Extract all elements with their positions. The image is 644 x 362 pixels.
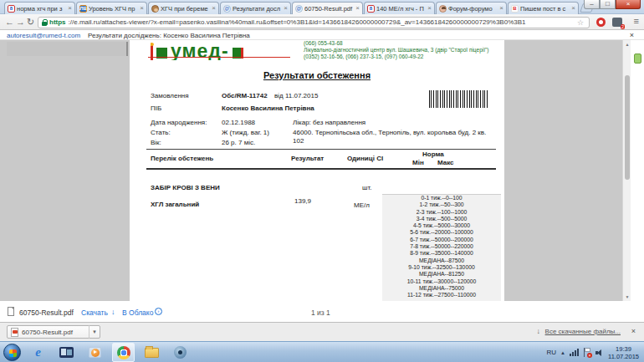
order-date: від 11.07.2015 <box>274 92 318 99</box>
start-button[interactable] <box>3 344 21 361</box>
norm-line: 2-3 тиж.--100--1000 <box>382 209 501 216</box>
tab-close-icon[interactable]: × <box>427 5 432 12</box>
address-bar[interactable]: https ://e.mail.ru/attaches-viewer/?x-em… <box>38 17 590 28</box>
taskbar-item-photos[interactable] <box>55 343 78 362</box>
divider-line <box>146 149 496 150</box>
norm-line: 3-4 тиж.--500--5000 <box>382 216 501 222</box>
norm-reference-list: 0-1 тиж.--0--100 1-2 тиж.--50--300 2-3 т… <box>382 194 501 301</box>
download-arrow-icon[interactable]: ↓ <box>111 308 115 316</box>
attachment-footer-bar: 60750-Result.pdf Скачать ↓ В Облако ↑ 1 … <box>0 301 644 322</box>
viewer-scrollbar[interactable]: ▲ ▼ <box>622 40 631 301</box>
forward-button[interactable]: → <box>16 16 25 28</box>
right-margin-strip <box>631 40 644 301</box>
chrome-icon <box>117 346 130 359</box>
shelf-close-icon[interactable]: × <box>631 327 636 335</box>
monkey-favicon <box>151 5 159 13</box>
norm-line: МЕДІАНА--81250 <box>382 271 501 278</box>
network-icon[interactable] <box>570 349 579 356</box>
system-tray: RU ▲ × 19:39 11.07.2015 <box>547 342 643 362</box>
bookmark-star-icon[interactable]: ☆ <box>577 18 585 27</box>
page-indicator: 1 из 1 <box>311 308 330 317</box>
group-row-label: ЗАБІР КРОВІ З ВЕНИ <box>151 184 220 191</box>
tab-title: 60750-Result.pdf <box>304 5 354 13</box>
norm-line: 5-6 тиж.--20000--100000 <box>382 229 501 236</box>
lock-icon <box>42 19 47 26</box>
tray-expand-icon[interactable]: ▲ <box>560 350 565 355</box>
tab-title: Пишем пост в с <box>520 5 570 13</box>
taskbar-item-chrome-active[interactable] <box>112 343 135 362</box>
document-title: Результати обстеження <box>130 70 504 80</box>
download-link[interactable]: Скачать <box>81 308 108 317</box>
scrollbar-thumb[interactable] <box>625 75 630 180</box>
tab-close-icon[interactable]: × <box>284 5 288 12</box>
tab-close-icon[interactable]: × <box>212 5 216 12</box>
viewer-close-icon[interactable]: × <box>630 31 634 39</box>
tab-close-icon[interactable]: × <box>571 5 575 12</box>
file-options-caret-icon[interactable]: ▾ <box>89 325 100 339</box>
cloud-upload-icon[interactable]: ↑ <box>155 308 162 315</box>
action-center-flag-icon[interactable]: × <box>583 348 591 357</box>
language-indicator[interactable]: RU <box>547 349 557 356</box>
opera-extension-icon[interactable] <box>596 18 606 27</box>
photo-gallery-icon <box>59 347 74 358</box>
all-downloads-link[interactable]: Все скачанные файлы... <box>545 328 621 335</box>
browser-toolbar: ← → ↻ https ://e.mail.ru/attaches-viewer… <box>0 14 644 30</box>
download-shelf: 60750-Result.pdf ▾ ↓ Все скачанные файлы… <box>0 322 644 341</box>
file-icon <box>8 307 14 316</box>
tab-close-icon[interactable]: × <box>499 5 503 12</box>
back-button[interactable]: ← <box>5 16 14 28</box>
norm-line: 11-12 тиж.--27500--110000 <box>382 292 501 298</box>
window-controls: – □ × <box>584 0 641 9</box>
lady-favicon: ЛВ <box>79 5 87 13</box>
dob-value: 02.12.1988 <box>222 119 255 126</box>
taskbar-item-ie[interactable]: e <box>27 343 49 362</box>
tab-rezultaty[interactable]: @ Результати досл × <box>220 2 291 14</box>
tab-forum[interactable]: Форум-форумо × <box>436 2 507 14</box>
maximize-button[interactable]: □ <box>600 0 616 9</box>
extension-icon[interactable]: 2 <box>612 18 622 27</box>
minimize-button[interactable]: – <box>584 0 600 9</box>
mailru-favicon: @ <box>295 5 303 13</box>
taskbar-item-explorer[interactable] <box>141 343 163 362</box>
desktop: 8 норма хгч при з × ЛВ Уровень ХГЧ пр × … <box>0 0 644 362</box>
norm-line: 10-11 тиж.--30000--120000 <box>382 278 501 285</box>
sex-value: Ж (тижд. ваг. 1) <box>222 129 269 136</box>
taskbar-clock[interactable]: 19:39 11.07.2015 <box>608 345 642 360</box>
tab-hgch-beremennost[interactable]: ХГЧ при береме × <box>148 2 219 14</box>
dob-label: Дата народження: <box>151 119 207 126</box>
tab-result-pdf-active[interactable]: @ 60750-Result.pdf × <box>292 2 363 14</box>
chrome-menu-icon[interactable]: ≡ <box>634 16 639 26</box>
volume-icon[interactable] <box>595 349 604 357</box>
tab-norma-hgch[interactable]: 8 норма хгч при з × <box>4 2 75 14</box>
col-header-name: Перелік обстежень <box>151 155 213 162</box>
tab-close-icon[interactable]: × <box>355 5 360 12</box>
tab-close-icon[interactable]: × <box>68 5 72 12</box>
reload-button[interactable]: ↻ <box>27 16 34 28</box>
tab-title: Результати досл <box>233 5 282 13</box>
attachment-header-bar: autoresult@rumed-t.com Результати дослід… <box>0 30 644 40</box>
viewer-top-left-panel <box>7 42 128 56</box>
col-header-min: Мін <box>412 159 424 166</box>
media-player-icon <box>89 347 101 358</box>
downloaded-file-button[interactable]: 60750-Result.pdf ▾ <box>7 325 100 339</box>
downloaded-file-name: 60750-Result.pdf <box>22 329 89 336</box>
tab-title: ХГЧ при береме <box>161 5 210 13</box>
taskbar-item-media-player[interactable] <box>84 343 106 362</box>
save-to-cloud-link[interactable]: В Облако <box>122 308 153 317</box>
age-label: Вік: <box>151 139 161 146</box>
tab-pishem-post[interactable]: B Пишем пост в с × <box>508 2 579 14</box>
close-window-button[interactable]: × <box>616 0 641 9</box>
yandex-favicon: 8 <box>367 5 375 13</box>
test-unit: МЕ/л <box>354 201 370 209</box>
pdf-file-icon <box>11 328 18 337</box>
patient-name: Косенко Василина Петрівна <box>222 105 314 112</box>
norm-line: 9-10 тиж.--32500--130000 <box>382 264 501 271</box>
logo-red-bar <box>151 43 153 60</box>
tab-close-icon[interactable]: × <box>140 5 144 12</box>
clinic-phone: (066) 055-43-68 <box>304 40 343 46</box>
sender-link[interactable]: autoresult@rumed-t.com <box>7 32 80 39</box>
tab-uroven-hgch[interactable]: ЛВ Уровень ХГЧ пр × <box>76 2 147 14</box>
sidebar-helper-icon[interactable] <box>634 54 641 64</box>
tab-140-me-l[interactable]: 8 140 МЕ/л хгч - П × <box>364 2 435 14</box>
taskbar-item-codec[interactable] <box>169 343 192 362</box>
